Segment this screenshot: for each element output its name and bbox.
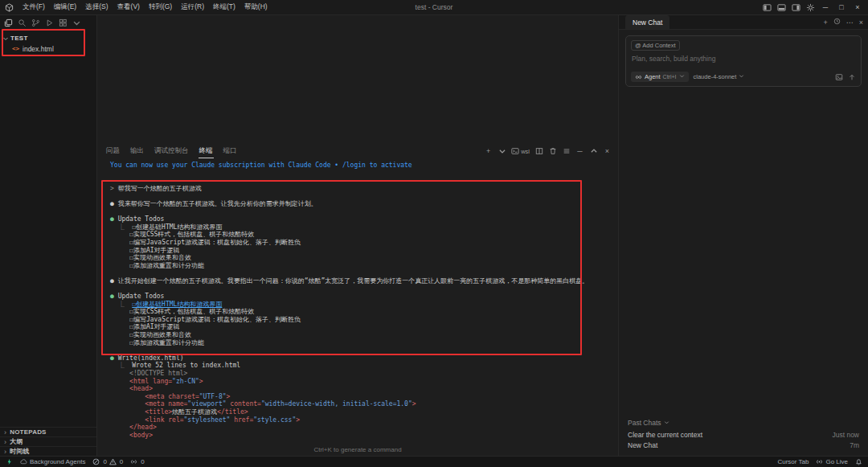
terminal-line: </head> [110,424,612,432]
send-icon[interactable] [848,73,856,81]
search-icon[interactable] [15,16,29,29]
minimize-button[interactable]: ─ [818,2,833,13]
cursor-logo-icon [5,3,14,12]
extensions-icon[interactable] [56,16,70,29]
layout-panel-toggle-icon[interactable] [775,2,788,13]
terminal-profile-chevron-icon[interactable] [497,145,506,157]
source-control-icon[interactable] [29,16,43,29]
chat-panel: New Chat + ⋯ × @ Add Context Plan, searc… [618,15,868,456]
tab-ports[interactable]: 端口 [223,144,238,158]
layout-sidebar-toggle-icon[interactable] [760,2,773,13]
menu-run[interactable]: 运行(R) [177,2,208,13]
maximize-panel-icon[interactable] [589,145,598,157]
terminal-line: ☐添加游戏重置和计分功能 [110,339,612,347]
chat-spacer [619,87,868,415]
close-panel-icon[interactable]: × [603,145,612,157]
ports-indicator[interactable]: 0 [130,458,144,465]
section-notepads[interactable]: › NOTEPADS [0,427,96,436]
error-count: 0 [103,458,106,465]
menu-selection[interactable]: 选择(S) [81,2,112,13]
cursor-tab-indicator[interactable]: Cursor Tab [777,458,809,465]
past-chat-item[interactable]: New Chat 7m [628,441,859,449]
terminal-line [110,269,612,277]
terminal-line: ☐添加AI对手逻辑 [110,247,612,255]
kill-terminal-icon[interactable] [548,145,557,157]
add-context-chip[interactable]: @ Add Context [631,40,680,51]
close-button[interactable]: × [850,2,865,13]
file-index-html[interactable]: <> index.html [0,43,96,54]
terminal-line: ☐添加AI对手逻辑 [110,323,612,331]
agent-label: Agent [645,73,661,80]
activity-bar [0,15,96,30]
editor-area[interactable] [97,15,618,144]
terminal-tabs-view-icon[interactable] [562,145,571,157]
chevron-down-icon [739,73,744,80]
layout-secondary-sidebar-toggle-icon[interactable] [789,2,802,13]
section-outline[interactable]: › 大纲 [0,436,96,446]
chat-input-placeholder: Plan, search, build anything [631,54,856,68]
remote-indicator-icon[interactable] [6,458,13,465]
error-icon [92,458,100,465]
terminal-line: ⎿ ☐创建基础HTML结构和游戏界面 [110,301,612,309]
menu-view[interactable]: 查看(V) [113,2,144,13]
terminal-line [110,285,612,293]
terminal-line [110,192,612,200]
broadcast-icon [816,458,823,465]
split-terminal-icon[interactable] [534,145,543,157]
past-chats-label: Past Chats [628,419,661,427]
tab-new-chat[interactable]: New Chat [625,15,669,29]
chat-input[interactable]: @ Add Context Plan, search, build anythi… [625,35,862,87]
explorer-icon[interactable] [2,16,15,29]
terminal-line: <html lang="zh-CN"> [110,378,612,386]
chevron-down-icon [2,35,9,42]
past-chat-item[interactable]: Clear the current context Just now [628,431,859,439]
terminal-line: <link rel="stylesheet" href="style.css"> [110,416,612,424]
chat-tab-actions: + ⋯ × [823,15,863,29]
terminal-line: ☐实现CSS样式，包括棋盘、棋子和炫酷特效 [110,231,612,239]
go-live-button[interactable]: Go Live [816,458,848,465]
menu-help[interactable]: 帮助(H) [240,2,272,13]
maximize-button[interactable]: □ [834,2,849,13]
terminal-line [110,346,612,354]
editor-group: 问题 输出 调试控制台 终端 端口 + wsl [97,15,618,456]
terminal-line: ☐实现CSS样式，包括棋盘、棋子和炫酷特效 [110,308,612,316]
past-chats-header[interactable]: Past Chats [628,419,859,427]
tab-problems[interactable]: 问题 [105,144,121,158]
terminal-line: ● Write(index.html) [110,354,612,363]
terminal-line: You can now use your Claude subscription… [110,162,612,170]
chat-history-icon[interactable] [833,18,841,27]
background-agents-button[interactable]: Background Agents [20,458,85,465]
menu-file[interactable]: 文件(F) [18,2,49,13]
settings-gear-icon[interactable] [804,2,817,13]
tab-output[interactable]: 输出 [129,144,145,158]
menu-edit[interactable]: 编辑(E) [50,2,80,13]
sidebar: TEST <> index.html › NOTEPADS › 大纲 › [0,15,97,456]
terminal-line: ☐实现动画效果和音效 [110,331,612,339]
past-chats-section: Past Chats Clear the current context Jus… [619,415,868,456]
problems-indicator[interactable]: 0 0 [92,458,123,465]
menu-goto[interactable]: 转到(G) [145,2,176,13]
terminal-line: ● Update Todos [110,293,612,301]
panel-header: 问题 输出 调试控制台 终端 端口 + wsl [97,144,618,158]
folder-test[interactable]: TEST [0,33,96,43]
notifications-bell-icon[interactable] [855,458,862,465]
terminal-icon [511,147,519,155]
tab-terminal[interactable]: 终端 [199,144,214,158]
run-debug-icon[interactable] [43,16,56,29]
attach-image-icon[interactable] [835,73,843,81]
agent-mode-selector[interactable]: Agent Ctrl+I [631,72,689,82]
section-timeline[interactable]: › 时间线 [0,446,96,456]
panel-tabs: 问题 输出 调试控制台 终端 端口 [105,144,238,158]
model-selector[interactable]: claude-4-sonnet [694,73,745,80]
terminal-output[interactable]: You can now use your Claude subscription… [97,158,618,456]
background-agents-label: Background Agents [30,458,85,465]
chevron-down-icon[interactable] [70,16,84,29]
infinity-icon [635,75,642,80]
terminal-wsl-badge[interactable]: wsl [511,145,530,157]
menu-terminal[interactable]: 终端(T) [209,2,240,13]
bottom-panel: 问题 输出 调试控制台 终端 端口 + wsl [97,144,618,456]
tab-debug-console[interactable]: 调试控制台 [154,144,190,158]
minimize-panel-icon[interactable]: ─ [575,145,584,157]
new-terminal-icon[interactable]: + [484,145,493,157]
folder-label: TEST [10,35,28,42]
